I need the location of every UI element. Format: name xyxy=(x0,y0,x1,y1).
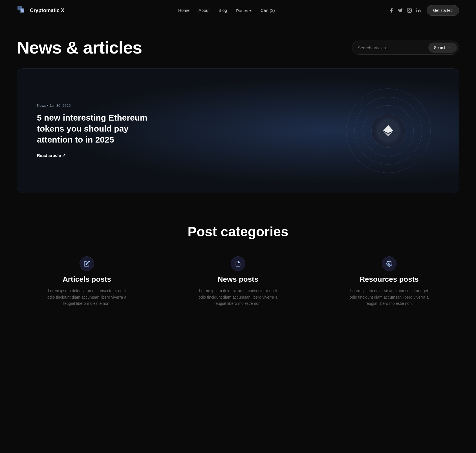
svg-point-5 xyxy=(416,8,417,9)
resources-category-name: Resources posts xyxy=(360,275,419,284)
hero-section: News & articles Search → News • Jan 30, … xyxy=(0,21,476,204)
nav-about[interactable]: About xyxy=(199,8,210,13)
chevron-down-icon xyxy=(249,10,252,12)
svg-point-10 xyxy=(388,263,390,265)
news-category-desc: Lorem ipsum dolor sit amet consectetur e… xyxy=(196,288,280,307)
categories-grid: Articels posts Lorem ipsum dolor sit ame… xyxy=(17,256,459,307)
svg-rect-2 xyxy=(21,9,24,12)
category-articles: Articels posts Lorem ipsum dolor sit ame… xyxy=(17,256,157,307)
news-category-name: News posts xyxy=(218,275,259,284)
nav-blog[interactable]: Blog xyxy=(219,8,227,13)
read-article-link[interactable]: Read article ↗ xyxy=(37,153,66,158)
facebook-icon[interactable] xyxy=(389,8,394,13)
page-title: News & articles xyxy=(17,38,142,57)
search-button[interactable]: Search → xyxy=(428,43,457,53)
hero-top: News & articles Search → xyxy=(17,38,459,57)
category-resources: Resources posts Lorem ipsum dolor sit am… xyxy=(319,256,459,307)
get-started-button[interactable]: Get started xyxy=(427,5,459,16)
search-bar: Search → xyxy=(352,41,459,55)
search-input[interactable] xyxy=(358,45,426,50)
articles-category-name: Articels posts xyxy=(63,275,111,284)
svg-marker-6 xyxy=(383,125,393,133)
categories-section: Post categories Articels posts Lorem ips… xyxy=(0,204,476,323)
articles-icon-wrap xyxy=(80,256,94,271)
twitter-icon[interactable] xyxy=(398,8,403,13)
brand-logo-link[interactable]: Cryptomatic X xyxy=(17,5,64,15)
nav-cart[interactable]: Cart (3) xyxy=(261,8,275,13)
eth-center-icon xyxy=(377,119,400,142)
pencil-icon xyxy=(84,261,90,267)
categories-title: Post categories xyxy=(17,224,459,239)
nav-pages-dropdown[interactable]: Pages xyxy=(236,8,252,13)
navigation: Cryptomatic X Home About Blog Pages Cart… xyxy=(0,0,476,21)
resources-icon-wrap xyxy=(382,256,396,271)
social-icons xyxy=(389,8,421,13)
gear-icon xyxy=(386,261,392,267)
category-news: News posts Lorem ipsum dolor sit amet co… xyxy=(168,256,308,307)
svg-rect-3 xyxy=(407,8,411,13)
featured-article-card: News • Jan 30, 2025 5 new interesting Et… xyxy=(17,68,459,193)
instagram-icon[interactable] xyxy=(407,8,412,13)
document-icon xyxy=(235,261,241,267)
brand-logo-icon xyxy=(17,5,27,15)
eth-logo-icon xyxy=(383,125,393,136)
nav-links: Home About Blog Pages Cart (3) xyxy=(178,8,275,13)
featured-content: News • Jan 30, 2025 5 new interesting Et… xyxy=(37,103,161,158)
news-icon-wrap xyxy=(231,256,245,271)
eth-rings xyxy=(346,88,431,173)
article-meta: News • Jan 30, 2025 xyxy=(37,103,161,108)
resources-category-desc: Lorem ipsum dolor sit amet consectetur e… xyxy=(347,288,431,307)
linkedin-icon[interactable] xyxy=(416,8,421,13)
article-title: 5 new interesting Ethereum tokens you sh… xyxy=(37,112,161,145)
articles-category-desc: Lorem ipsum dolor sit amet consectetur e… xyxy=(45,288,129,307)
brand-name: Cryptomatic X xyxy=(30,8,64,14)
nav-home[interactable]: Home xyxy=(178,8,189,13)
ethereum-visual xyxy=(338,86,439,176)
nav-right: Get started xyxy=(389,5,459,16)
